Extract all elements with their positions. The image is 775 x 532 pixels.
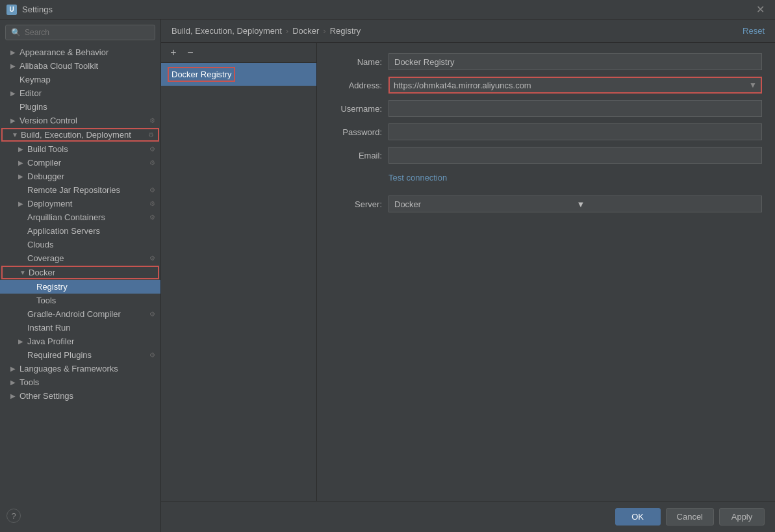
name-row: Name: xyxy=(330,53,762,70)
email-label: Email: xyxy=(330,151,388,160)
sidebar-item-editor[interactable]: ▶ Editor xyxy=(0,86,160,100)
apply-button[interactable]: Apply xyxy=(719,508,765,526)
username-row: Username: xyxy=(330,100,762,117)
settings-icon: ⚙ xyxy=(149,186,155,194)
sidebar-item-version-control[interactable]: ▶ Version Control ⚙ xyxy=(0,114,160,127)
ok-button[interactable]: OK xyxy=(615,508,661,526)
close-button[interactable]: ✕ xyxy=(752,2,769,17)
address-label: Address: xyxy=(330,81,388,90)
search-box[interactable]: 🔍 xyxy=(5,25,155,40)
sidebar-item-label: Tools xyxy=(19,377,155,387)
sidebar-item-compiler[interactable]: ▶ Compiler ⚙ xyxy=(0,156,160,170)
server-label: Server: xyxy=(330,199,388,209)
sidebar-item-label: Java Profiler xyxy=(27,336,155,346)
sidebar-item-clouds[interactable]: Clouds xyxy=(0,238,160,251)
sidebar-item-appearance[interactable]: ▶ Appearance & Behavior xyxy=(0,45,160,59)
breadcrumb-sep-2: › xyxy=(323,26,325,36)
test-connection-row: Test connection xyxy=(330,170,762,189)
sidebar: 🔍 ▶ Appearance & Behavior ▶ Alibaba Clou… xyxy=(0,19,161,532)
sidebar-item-instant-run[interactable]: Instant Run xyxy=(0,321,160,335)
arrow-icon: ▶ xyxy=(10,379,19,386)
sidebar-item-label: Gradle-Android Compiler xyxy=(27,309,147,319)
server-value: Docker xyxy=(394,199,574,209)
registry-form-panel: Name: Address: ▼ Username: xyxy=(317,43,775,501)
content-area: Build, Execution, Deployment › Docker › … xyxy=(161,19,775,532)
settings-icon: ⚙ xyxy=(149,214,155,221)
arrow-icon: ▶ xyxy=(18,173,27,180)
email-input[interactable] xyxy=(388,147,762,164)
sidebar-item-arquillian[interactable]: Arquillian Containers ⚙ xyxy=(0,210,160,224)
arrow-icon: ▶ xyxy=(10,49,19,56)
sidebar-item-label: Build Tools xyxy=(27,144,147,154)
sidebar-item-debugger[interactable]: ▶ Debugger xyxy=(0,170,160,183)
sidebar-item-required-plugins[interactable]: Required Plugins ⚙ xyxy=(0,348,160,362)
sidebar-item-gradle-android[interactable]: Gradle-Android Compiler ⚙ xyxy=(0,307,160,321)
sidebar-item-remote-jar[interactable]: Remote Jar Repositories ⚙ xyxy=(0,183,160,197)
sidebar-item-build-tools[interactable]: ▶ Build Tools ⚙ xyxy=(0,142,160,156)
settings-icon: ⚙ xyxy=(149,255,155,262)
sidebar-item-alibaba[interactable]: ▶ Alibaba Cloud Toolkit xyxy=(0,59,160,73)
breadcrumb-part-3: Registry xyxy=(330,26,361,36)
sidebar-item-label: Coverage xyxy=(27,253,147,263)
breadcrumb-sep-1: › xyxy=(286,26,288,36)
sidebar-item-languages[interactable]: ▶ Languages & Frameworks xyxy=(0,362,160,375)
sidebar-item-tools[interactable]: ▶ Tools xyxy=(0,375,160,389)
sidebar-item-label: Arquillian Containers xyxy=(27,212,147,222)
remove-registry-button[interactable]: − xyxy=(183,45,197,60)
sidebar-item-app-servers[interactable]: Application Servers xyxy=(0,224,160,238)
sidebar-item-label: Version Control xyxy=(19,116,147,125)
reset-button[interactable]: Reset xyxy=(743,26,765,36)
sidebar-item-keymap[interactable]: Keymap xyxy=(0,73,160,86)
sidebar-item-label: Clouds xyxy=(27,240,155,249)
address-input[interactable] xyxy=(394,81,746,90)
breadcrumb-part-2[interactable]: Docker xyxy=(292,26,319,36)
sidebar-item-label: Instant Run xyxy=(27,323,155,333)
title-bar: U Settings ✕ xyxy=(0,0,775,19)
registry-list-item[interactable]: Docker Registry xyxy=(161,63,316,86)
sidebar-item-label: Languages & Frameworks xyxy=(19,364,155,374)
help-button[interactable]: ? xyxy=(6,509,21,523)
server-dropdown-arrow-icon[interactable]: ▼ xyxy=(574,199,757,209)
address-input-wrap[interactable]: ▼ xyxy=(388,77,762,94)
breadcrumb-bar: Build, Execution, Deployment › Docker › … xyxy=(161,19,775,43)
breadcrumb-part-1[interactable]: Build, Execution, Deployment xyxy=(172,26,282,36)
username-input[interactable] xyxy=(388,100,762,117)
window-title: Settings xyxy=(22,5,752,14)
sidebar-item-registry[interactable]: Registry xyxy=(0,280,160,294)
name-input[interactable] xyxy=(388,53,762,70)
sidebar-item-coverage[interactable]: Coverage ⚙ xyxy=(0,251,160,265)
password-input[interactable] xyxy=(388,123,762,140)
sidebar-item-other-settings[interactable]: ▶ Other Settings xyxy=(0,389,160,403)
sidebar-item-plugins[interactable]: Plugins xyxy=(0,100,160,114)
sidebar-item-java-profiler[interactable]: ▶ Java Profiler xyxy=(0,335,160,348)
password-row: Password: xyxy=(330,123,762,140)
server-row: Server: Docker ▼ xyxy=(330,196,762,212)
test-connection-link[interactable]: Test connection xyxy=(388,173,447,183)
sidebar-item-label: Alibaba Cloud Toolkit xyxy=(19,61,155,71)
sidebar-item-label: Appearance & Behavior xyxy=(19,47,155,57)
sidebar-item-label: Build, Execution, Deployment xyxy=(21,130,146,140)
bottom-bar: OK Cancel Apply xyxy=(161,501,775,532)
sidebar-item-label: Other Settings xyxy=(19,391,155,401)
sidebar-item-label: Registry xyxy=(36,282,155,292)
sidebar-item-build-exec[interactable]: ▼ Build, Execution, Deployment ⚙ xyxy=(1,128,159,142)
dropdown-arrow-icon[interactable]: ▼ xyxy=(746,81,757,90)
arrow-icon: ▶ xyxy=(18,338,27,345)
sidebar-item-label: Keymap xyxy=(19,75,155,84)
arrow-icon: ▶ xyxy=(18,159,27,166)
sidebar-item-tools-sub[interactable]: Tools xyxy=(0,294,160,307)
address-row: Address: ▼ xyxy=(330,77,762,94)
sidebar-item-label: Tools xyxy=(36,296,155,305)
sidebar-item-deployment[interactable]: ▶ Deployment ⚙ xyxy=(0,197,160,210)
settings-icon: ⚙ xyxy=(149,310,155,318)
search-input[interactable] xyxy=(25,28,149,37)
settings-icon: ⚙ xyxy=(148,131,154,138)
sidebar-item-label: Editor xyxy=(19,88,155,98)
add-registry-button[interactable]: + xyxy=(166,45,181,60)
arrow-icon: ▶ xyxy=(10,392,19,399)
server-select[interactable]: Docker ▼ xyxy=(388,196,762,212)
sidebar-item-label: Application Servers xyxy=(27,226,155,236)
registry-panel: + − Docker Registry Name: Add xyxy=(161,43,775,501)
sidebar-item-docker[interactable]: ▼ Docker xyxy=(1,266,159,279)
cancel-button[interactable]: Cancel xyxy=(666,508,714,526)
